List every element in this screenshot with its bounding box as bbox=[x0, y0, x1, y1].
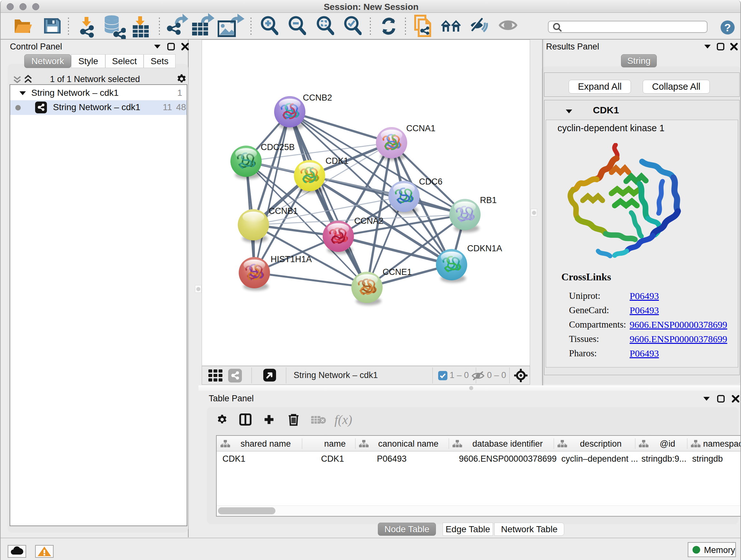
svg-text:CCNA1: CCNA1 bbox=[406, 124, 435, 133]
svg-text:RB1: RB1 bbox=[480, 195, 497, 205]
svg-text:CDKN1A: CDKN1A bbox=[467, 244, 502, 253]
svg-text:CCNB1: CCNB1 bbox=[269, 206, 298, 216]
svg-text:CCNB2: CCNB2 bbox=[303, 93, 332, 103]
svg-text:CDC6: CDC6 bbox=[419, 177, 443, 186]
svg-text:CCNE1: CCNE1 bbox=[383, 267, 412, 277]
svg-text:HIST1H1A: HIST1H1A bbox=[271, 254, 312, 264]
svg-text:CDK1: CDK1 bbox=[326, 156, 348, 166]
svg-text:CCNA2: CCNA2 bbox=[354, 216, 384, 226]
svg-text:CDC25B: CDC25B bbox=[261, 142, 295, 152]
